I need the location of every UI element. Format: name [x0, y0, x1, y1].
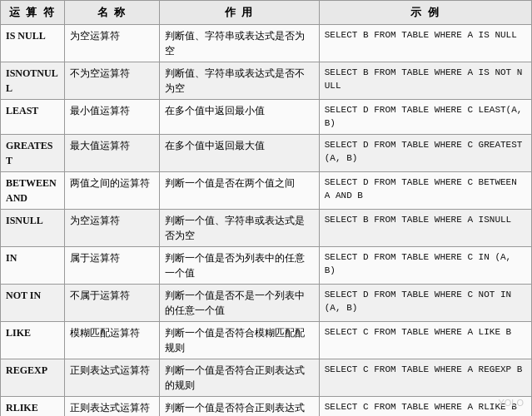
table-row: IS NULL为空运算符判断值、字符串或表达式是否为空SELECT B FROM… [1, 24, 532, 62]
cell-name: 正则表达式运算符 [64, 359, 160, 396]
header-desc: 作 用 [160, 1, 319, 25]
cell-op: REGEXP [1, 359, 65, 396]
cell-example: SELECT D FROM TABLE WHERE C IN (A, B) [319, 246, 531, 284]
cell-desc: 判断一个值是否为列表中的任意一个值 [160, 246, 319, 284]
table-row: NOT IN不属于运算符判断一个值是否不是一个列表中的任意一个值SELECT D… [1, 284, 532, 321]
cell-example: SELECT B FROM TABLE WHERE A IS NULL [319, 24, 531, 62]
cell-op: NOT IN [1, 284, 65, 321]
cell-example: SELECT C FROM TABLE WHERE A REGEXP B [319, 359, 531, 396]
cell-name: 最小值运算符 [64, 99, 160, 134]
cell-name: 属于运算符 [64, 246, 160, 284]
table-row: IN属于运算符判断一个值是否为列表中的任意一个值SELECT D FROM TA… [1, 246, 532, 284]
watermark: YOLO [498, 398, 524, 408]
cell-name: 不为空运算符 [64, 62, 160, 99]
table-row: LIKE模糊匹配运算符判断一个值是否符合模糊匹配配规则SELECT C FROM… [1, 321, 532, 359]
cell-op: IN [1, 246, 65, 284]
operators-table: 运 算 符 名 称 作 用 示 例 IS NULL为空运算符判断值、字符串或表达… [0, 0, 532, 416]
table-row: GREATEST最大值运算符在多个值中返回最大值SELECT D FROM TA… [1, 134, 532, 171]
cell-example: SELECT D FROM TABLE WHERE C GREATEST(A, … [319, 134, 531, 171]
cell-desc: 判断一个值是否符合正则表达式的规则 [160, 359, 319, 396]
cell-desc: 判断值、字符串或表达式是否不为空 [160, 62, 319, 99]
cell-desc: 判断一个值是否不是一个列表中的任意一个值 [160, 284, 319, 321]
cell-desc: 判断一个值是否在两个值之间 [160, 171, 319, 209]
cell-desc: 判断一个值、字符串或表达式是否为空 [160, 209, 319, 246]
cell-desc: 判断一个值是否符合正则表达式的规则 [160, 396, 319, 416]
cell-op: LEAST [1, 99, 65, 134]
table-row: REGEXP正则表达式运算符判断一个值是否符合正则表达式的规则SELECT C … [1, 359, 532, 396]
cell-name: 不属于运算符 [64, 284, 160, 321]
cell-example: SELECT C FROM TABLE WHERE A LIKE B [319, 321, 531, 359]
table-row: ISNOTNULL不为空运算符判断值、字符串或表达式是否不为空SELECT B … [1, 62, 532, 99]
cell-desc: 判断一个值是否符合模糊匹配配规则 [160, 321, 319, 359]
cell-op: IS NULL [1, 24, 65, 62]
cell-name: 为空运算符 [64, 24, 160, 62]
table-row: BETWEEN AND两值之间的运算符判断一个值是否在两个值之间SELECT D… [1, 171, 532, 209]
table-row: ISNULL为空运算符判断一个值、字符串或表达式是否为空SELECT B FRO… [1, 209, 532, 246]
cell-name: 两值之间的运算符 [64, 171, 160, 209]
table-row: LEAST最小值运算符在多个值中返回最小值SELECT D FROM TABLE… [1, 99, 532, 134]
table-row: RLIKE正则表达式运算符判断一个值是否符合正则表达式的规则SELECT C F… [1, 396, 532, 416]
cell-op: ISNOTNULL [1, 62, 65, 99]
cell-name: 最大值运算符 [64, 134, 160, 171]
cell-op: ISNULL [1, 209, 65, 246]
cell-desc: 在多个值中返回最大值 [160, 134, 319, 171]
cell-op: RLIKE [1, 396, 65, 416]
cell-example: SELECT B FROM TABLE WHERE A ISNULL [319, 209, 531, 246]
cell-name: 模糊匹配运算符 [64, 321, 160, 359]
header-op: 运 算 符 [1, 1, 65, 25]
cell-op: GREATEST [1, 134, 65, 171]
cell-desc: 在多个值中返回最小值 [160, 99, 319, 134]
cell-example: SELECT D FROM TABLE WHERE C NOT IN (A, B… [319, 284, 531, 321]
header-name: 名 称 [64, 1, 160, 25]
cell-example: SELECT B FROM TABLE WHERE A IS NOT NULL [319, 62, 531, 99]
cell-op: LIKE [1, 321, 65, 359]
cell-example: SELECT D FROM TABLE WHERE C LEAST(A, B) [319, 99, 531, 134]
cell-op: BETWEEN AND [1, 171, 65, 209]
cell-example: SELECT D FROM TABLE WHERE C BETWEEN A AN… [319, 171, 531, 209]
cell-name: 为空运算符 [64, 209, 160, 246]
header-example: 示 例 [319, 1, 531, 25]
cell-desc: 判断值、字符串或表达式是否为空 [160, 24, 319, 62]
cell-name: 正则表达式运算符 [64, 396, 160, 416]
